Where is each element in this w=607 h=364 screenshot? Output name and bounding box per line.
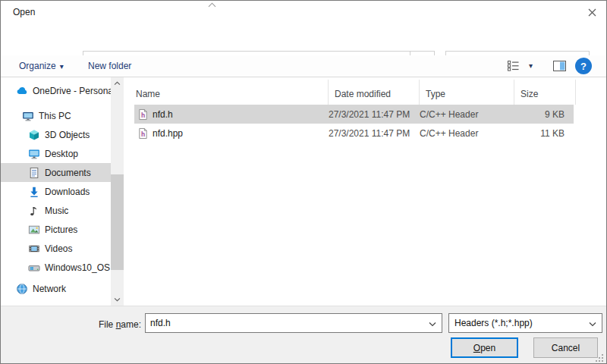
file-name-combo: [145, 313, 442, 333]
details-view-icon: [508, 61, 521, 71]
sidebar-item-label: Videos: [45, 243, 72, 254]
sidebar-item-pictures[interactable]: Pictures: [1, 220, 111, 239]
file-type: C/C++ Header: [420, 109, 514, 120]
documents-icon: [28, 167, 40, 179]
navigation-pane: OneDrive - Personal This PC 3D Objects D…: [1, 77, 111, 306]
file-type-select[interactable]: Headers (*.h;*.hpp): [448, 313, 602, 333]
file-type-value: Headers (*.h;*.hpp): [454, 318, 533, 328]
column-header-spacer: [576, 80, 607, 105]
new-folder-button[interactable]: New folder: [88, 55, 131, 77]
change-view-button[interactable]: [508, 61, 521, 74]
sort-ascending-icon: [208, 2, 216, 8]
sidebar-item-label: Music: [45, 206, 68, 216]
sidebar-item-documents[interactable]: Documents: [1, 163, 111, 182]
3d-objects-icon: [28, 129, 40, 141]
chevron-down-icon: [114, 297, 121, 302]
sidebar-item-music[interactable]: Music: [1, 201, 111, 220]
drive-icon: [28, 262, 40, 274]
file-size: 9 KB: [514, 109, 574, 120]
column-header-size[interactable]: Size: [514, 80, 576, 105]
onedrive-icon: [16, 85, 28, 97]
preview-pane-icon: [553, 61, 566, 71]
header-file-icon: h: [137, 127, 149, 140]
scroll-down-button[interactable]: [111, 293, 124, 306]
organize-button[interactable]: Organize ▾: [19, 55, 64, 77]
sidebar-scrollbar[interactable]: [111, 77, 124, 306]
cancel-button[interactable]: Cancel: [533, 337, 598, 358]
downloads-icon: [28, 186, 40, 198]
address-row: ← → ↑ « GitHub › nativefiledialog › src …: [1, 24, 606, 55]
help-icon: ?: [580, 61, 587, 72]
sidebar-item-label: Pictures: [45, 224, 77, 235]
network-icon: [16, 283, 28, 295]
sidebar-item-label: 3D Objects: [45, 130, 90, 140]
file-date-modified: 27/3/2021 11:47 PM: [329, 109, 420, 120]
music-icon: [28, 205, 40, 217]
file-date-modified: 27/3/2021 11:47 PM: [329, 128, 420, 139]
sidebar-item-label: Windows10_OS (C:): [45, 262, 111, 273]
chevron-down-icon[interactable]: [429, 322, 436, 327]
close-button[interactable]: [582, 4, 602, 20]
this-pc-icon: [22, 110, 34, 122]
sidebar-item-label: OneDrive - Personal: [33, 86, 111, 96]
file-row-nfd-hpp[interactable]: h nfd.hpp 27/3/2021 11:47 PM C/C++ Heade…: [134, 124, 574, 143]
file-name: nfd.hpp: [153, 128, 183, 139]
svg-text:h: h: [141, 111, 145, 118]
sidebar-item-this-pc[interactable]: This PC: [1, 106, 111, 125]
chevron-down-icon: ▾: [60, 62, 64, 71]
file-name: nfd.h: [153, 109, 173, 120]
window-title: Open: [13, 7, 35, 17]
file-name-input[interactable]: [146, 314, 442, 332]
dialog-footer: File name: Headers (*.h;*.hpp) Open Canc…: [1, 306, 606, 364]
sidebar-item-downloads[interactable]: Downloads: [1, 182, 111, 201]
svg-text:h: h: [141, 130, 145, 137]
column-header-name[interactable]: Name: [130, 80, 329, 105]
sidebar-item-label: Downloads: [45, 187, 90, 197]
chevron-down-icon[interactable]: ▾: [529, 61, 533, 70]
preview-pane-button[interactable]: [553, 61, 566, 74]
file-list: h nfd.h 27/3/2021 11:47 PM C/C++ Header …: [130, 105, 607, 143]
sidebar-item-label: Documents: [45, 168, 91, 178]
column-header-type[interactable]: Type: [420, 80, 514, 105]
sidebar-item-videos[interactable]: Videos: [1, 239, 111, 258]
organize-label: Organize: [19, 61, 56, 71]
column-header-date-modified[interactable]: Date modified: [329, 80, 420, 105]
pictures-icon: [28, 224, 40, 236]
command-toolbar: Organize ▾ New folder ▾ ?: [1, 55, 606, 77]
desktop-icon: [28, 148, 40, 160]
chevron-up-icon: [114, 81, 121, 86]
file-row-nfd-h[interactable]: h nfd.h 27/3/2021 11:47 PM C/C++ Header …: [134, 105, 574, 124]
sidebar-item-label: This PC: [39, 111, 71, 121]
sidebar-item-network[interactable]: Network: [1, 279, 111, 298]
scrollbar-thumb[interactable]: [111, 174, 124, 270]
scroll-up-button[interactable]: [111, 77, 124, 89]
column-headers: Name Date modified Type Size: [130, 80, 607, 105]
close-icon: [588, 8, 596, 17]
header-file-icon: h: [137, 108, 149, 121]
file-size: 11 KB: [514, 128, 574, 139]
open-file-dialog: Open ← → ↑ « GitHub › nativefiledialog ›…: [0, 0, 607, 364]
new-folder-label: New folder: [88, 61, 131, 71]
sidebar-item-windows-drive[interactable]: Windows10_OS (C:): [1, 258, 111, 277]
title-bar: Open: [1, 1, 606, 24]
sidebar-item-onedrive[interactable]: OneDrive - Personal: [1, 81, 111, 100]
sidebar-item-desktop[interactable]: Desktop: [1, 144, 111, 163]
file-type: C/C++ Header: [420, 128, 514, 139]
open-button[interactable]: Open: [451, 337, 518, 358]
resize-grip[interactable]: [596, 354, 604, 362]
sidebar-item-label: Network: [33, 284, 66, 294]
chevron-down-icon: [589, 322, 596, 327]
sidebar-item-label: Desktop: [45, 149, 78, 159]
help-button[interactable]: ?: [575, 58, 592, 74]
videos-icon: [28, 243, 40, 255]
file-name-label: File name:: [31, 319, 141, 330]
sidebar-item-3d-objects[interactable]: 3D Objects: [1, 125, 111, 144]
